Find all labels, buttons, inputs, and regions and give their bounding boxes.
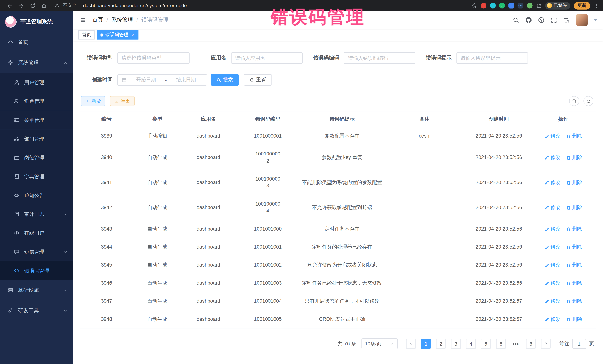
sidebar-item-label: 部门管理 (24, 135, 73, 142)
cell-app: dashboard (181, 292, 235, 310)
table-row: 3939手动编辑dashboard1001000001参数配置不存在ceshi2… (80, 127, 596, 145)
table-row: 3942自动生成dashboard100100000 4不允许获取敏感配置到前端… (80, 195, 596, 220)
delete-link[interactable]: 删除 (566, 243, 582, 250)
page-button-5[interactable]: 5 (481, 339, 491, 349)
address-bar[interactable]: 不安全 dashboard.yudao.iocoder.cn/system/er… (55, 2, 187, 9)
paused-profile-badge[interactable]: 已暂停 (545, 2, 570, 9)
tab-首页[interactable]: 首页 (79, 30, 95, 39)
edit-link[interactable]: 修改 (544, 204, 560, 211)
next-page-button[interactable] (541, 339, 551, 349)
sidebar-item-用户管理[interactable]: 用户管理 (0, 73, 73, 92)
fullscreen-icon[interactable] (551, 17, 557, 23)
edit-link[interactable]: 修改 (544, 226, 560, 232)
page-button-6[interactable]: 6 (496, 339, 506, 349)
sidebar-item-岗位管理[interactable]: 岗位管理 (0, 148, 73, 167)
teal-extension-icon[interactable] (490, 3, 496, 9)
forward-icon[interactable] (18, 2, 24, 9)
sidebar-item-研发工具[interactable]: 研发工具 (0, 300, 73, 321)
breadcrumb-item-系统管理[interactable]: 系统管理 (112, 16, 133, 23)
reload-icon[interactable] (30, 2, 36, 9)
delete-link[interactable]: 删除 (566, 179, 582, 186)
column-header-备注: 备注 (384, 111, 465, 127)
sidebar-item-审计日志[interactable]: 审计日志 (0, 205, 73, 224)
sidebar-item-错误码管理[interactable]: 错误码管理 (0, 261, 73, 280)
search-button-label: 搜索 (223, 76, 233, 83)
page-button-1[interactable]: 1 (421, 339, 431, 349)
font-size-icon[interactable] (564, 17, 570, 23)
delete-link[interactable]: 删除 (566, 298, 582, 305)
sidebar-item-首页[interactable]: 首页 (0, 32, 73, 53)
cell-message: 不允许获取敏感配置到前端 (300, 199, 384, 216)
sidebar-item-基础设施[interactable]: 基础设施 (0, 280, 73, 300)
delete-link[interactable]: 删除 (566, 132, 582, 139)
browser-update-button[interactable]: 更新 (574, 2, 590, 9)
edit-link[interactable]: 修改 (544, 179, 560, 186)
breadcrumb-item-首页[interactable]: 首页 (92, 16, 103, 23)
prev-page-button[interactable] (406, 339, 416, 349)
error-message-input[interactable] (456, 52, 528, 64)
column-header-应用名: 应用名 (181, 111, 235, 127)
page-ellipsis[interactable]: ••• (511, 339, 521, 349)
sidebar-item-短信管理[interactable]: 短信管理 (0, 243, 73, 261)
user-avatar[interactable] (576, 14, 588, 26)
leaf-extension-icon[interactable] (527, 3, 533, 9)
error-type-select[interactable]: 请选择错误码类型 (117, 52, 190, 64)
bookmark-star-icon[interactable] (471, 3, 477, 9)
delete-link[interactable]: 删除 (566, 154, 582, 161)
cell-code: 1001001001 (235, 238, 300, 256)
error-type-label: 错误码类型 (80, 55, 117, 61)
home-browser-icon[interactable] (41, 2, 47, 9)
search-button[interactable]: 搜索 (211, 74, 239, 86)
page-button-2[interactable]: 2 (436, 339, 446, 349)
error-code-input[interactable] (344, 52, 416, 64)
red-extension-icon[interactable] (481, 3, 486, 9)
edit-link[interactable]: 修改 (544, 262, 560, 269)
sidebar-item-通知公告[interactable]: 通知公告 (0, 186, 73, 205)
trash-icon (566, 133, 571, 138)
edit-link[interactable]: 修改 (544, 243, 560, 250)
sidebar-item-菜单管理[interactable]: 菜单管理 (0, 111, 73, 130)
delete-link[interactable]: 删除 (566, 316, 582, 323)
green-check-extension-icon[interactable] (499, 3, 505, 9)
export-button[interactable]: 导出 (110, 96, 135, 106)
delete-link[interactable]: 删除 (566, 226, 582, 232)
sidebar-item-系统管理[interactable]: 系统管理 (0, 53, 73, 73)
edit-link[interactable]: 修改 (544, 316, 560, 323)
extensions-puzzle-icon[interactable] (536, 3, 542, 9)
page-button-3[interactable]: 3 (451, 339, 461, 349)
edit-link[interactable]: 修改 (544, 132, 560, 139)
edit-link[interactable]: 修改 (544, 154, 560, 161)
add-button[interactable]: 新增 (81, 96, 105, 106)
sidebar-item-在线用户[interactable]: 在线用户 (0, 223, 73, 243)
on-extension-icon[interactable]: on (517, 3, 523, 9)
goto-page-input[interactable] (572, 339, 586, 349)
show-search-button[interactable] (569, 96, 579, 106)
delete-link[interactable]: 删除 (566, 204, 582, 211)
sidebar-toggle-icon[interactable] (79, 16, 86, 23)
sidebar-item-角色管理[interactable]: 角色管理 (0, 92, 73, 111)
date-range-picker[interactable]: 开始日期 - 结束日期 (117, 74, 207, 86)
page-button-8[interactable]: 8 (526, 339, 536, 349)
page-size-select[interactable]: 10条/页 (361, 338, 398, 349)
close-icon[interactable]: × (130, 33, 135, 37)
kebab-menu-icon[interactable] (594, 3, 599, 8)
tab-错误码管理[interactable]: 错误码管理× (97, 30, 139, 39)
grid-extension-icon[interactable] (508, 3, 514, 9)
sidebar-item-字典管理[interactable]: 字典管理 (0, 167, 73, 186)
delete-link[interactable]: 删除 (566, 262, 582, 269)
search-icon[interactable] (513, 17, 519, 23)
cell-app: dashboard (181, 127, 235, 145)
edit-link[interactable]: 修改 (544, 280, 560, 287)
delete-link[interactable]: 删除 (566, 280, 582, 287)
refresh-table-button[interactable] (583, 96, 593, 106)
app-name-input[interactable] (231, 52, 303, 64)
help-icon[interactable] (538, 17, 545, 23)
github-icon[interactable] (525, 17, 532, 23)
sidebar-item-部门管理[interactable]: 部门管理 (0, 129, 73, 148)
avatar-dropdown-caret[interactable] (594, 19, 597, 22)
reset-button[interactable]: 重置 (244, 74, 272, 86)
edit-link[interactable]: 修改 (544, 298, 560, 305)
app-logo[interactable]: 芋道管理系统 (0, 11, 73, 32)
page-button-4[interactable]: 4 (466, 339, 476, 349)
back-icon[interactable] (7, 2, 13, 9)
